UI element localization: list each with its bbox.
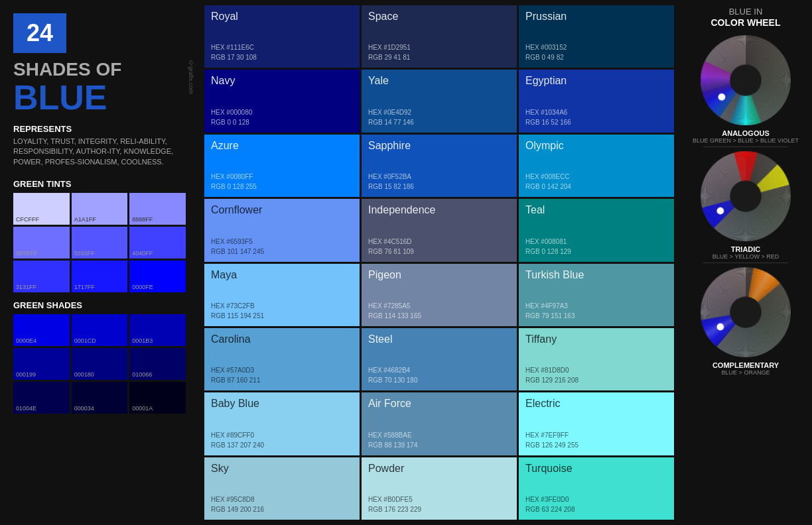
shade-name: Prussian <box>525 11 667 23</box>
shade-name: Powder <box>368 463 510 475</box>
shade-info: HEX #73C2FBRGB 115 194 251 <box>211 301 353 321</box>
shade-info: HEX #4C516DRGB 76 81 109 <box>368 237 510 257</box>
swatch-hex-label: 01004E <box>16 405 36 412</box>
center-panel: Royal HEX #111E6CRGB 17 30 108 Space HEX… <box>199 0 679 525</box>
shade-info: HEX #0F52BARGB 15 82 186 <box>368 172 510 192</box>
tint-swatch: 8888FF <box>129 193 186 225</box>
shade-card: Baby Blue HEX #89CFF0RGB 137 207 240 <box>204 392 360 455</box>
swatch-hex-label: 8888FF <box>132 216 153 223</box>
shade-name: Tiffany <box>525 333 667 345</box>
shade-info: HEX #81D8D0RGB 129 216 208 <box>525 365 667 385</box>
shade-name: Yale <box>368 75 510 87</box>
shade-info: HEX #008ECCRGB 0 142 204 <box>525 172 667 192</box>
shade-info: HEX #1034A6RGB 16 52 166 <box>525 107 667 127</box>
swatch-hex-label: 0001B3 <box>132 337 153 344</box>
wheel-section-complementary: COMPLEMENTARYBLUE > ORANGE <box>693 260 799 376</box>
shade-name: Turquoise <box>525 463 667 475</box>
divider <box>703 146 788 147</box>
tint-swatch: CFCFFF <box>13 193 70 225</box>
tint-swatch: 6E6EFF <box>13 227 70 259</box>
shade-info: HEX #89CFF0RGB 137 207 240 <box>211 430 353 450</box>
shade-name: Baby Blue <box>211 398 353 410</box>
swatch-hex-label: 010066 <box>132 371 152 378</box>
shade-info: HEX #6593F5RGB 101 147 245 <box>211 237 353 257</box>
shade-card: Powder HEX #B0DFE5RGB 176 223 229 <box>362 457 517 520</box>
shade-info: HEX #0E4D92RGB 14 77 146 <box>368 107 510 127</box>
shade-name: Carolina <box>211 333 353 345</box>
shade-swatch: 0000E4 <box>13 314 70 346</box>
shade-info: HEX #B0DFE5RGB 176 223 229 <box>368 495 510 514</box>
shade-card: Yale HEX #0E4D92RGB 14 77 146 <box>362 70 517 132</box>
wheel-main-title: BLUE IN COLOR WHEEL <box>711 7 781 28</box>
shade-info: HEX #008081RGB 0 128 129 <box>525 237 667 257</box>
wheel-sublabel: BLUE > YELLOW > RED <box>712 253 779 260</box>
represents-text: LOYALITY, TRUST, INTEGRITY, RELI-ABILITY… <box>13 137 186 167</box>
shade-info: HEX #57A0D3RGB 87 160 211 <box>211 365 353 385</box>
shade-swatch: 000034 <box>72 382 128 414</box>
shades-title: GREEN SHADES <box>13 300 186 310</box>
swatch-hex-label: 6E6EFF <box>16 250 38 257</box>
shade-name: Teal <box>525 204 667 216</box>
wheel-sublabel: BLUE GREEN > BLUE > BLUE VIOLET <box>693 137 799 144</box>
shade-name: Sapphire <box>368 140 510 152</box>
shade-card: Pigeon HEX #7285A5RGB 114 133 165 <box>362 264 517 326</box>
shade-info: HEX #95C8D8RGB 149 200 216 <box>211 495 353 514</box>
shade-name: Navy <box>211 75 353 87</box>
shade-card: Navy HEX #000080RGB 0 0 128 <box>204 70 360 132</box>
shade-card: Egyptian HEX #1034A6RGB 16 52 166 <box>519 70 674 132</box>
swatch-hex-label: 0000E4 <box>16 337 36 344</box>
wheel-canvas-complementary <box>699 266 792 359</box>
tint-swatch: 0000FE <box>129 261 186 292</box>
shade-info: HEX #3FE0D0RGB 63 224 208 <box>525 495 667 514</box>
shades-grid: 0000E40001CD0001B30001990001800100660100… <box>13 314 186 414</box>
shade-info: HEX #7EF9FFRGB 126 249 255 <box>525 430 667 450</box>
shade-info: HEX #588BAERGB 88 139 174 <box>368 430 510 450</box>
shade-swatch: 0001B3 <box>129 314 186 346</box>
shade-swatch: 000180 <box>72 348 128 380</box>
tints-grid: CFCFFFA1A1FF8888FF6E6EFF5555FF4040FF3131… <box>13 193 186 292</box>
shade-swatch: 0001CD <box>72 314 128 346</box>
shade-info: HEX #000080RGB 0 0 128 <box>211 107 353 127</box>
swatch-hex-label: CFCFFF <box>16 216 39 223</box>
swatch-hex-label: 000180 <box>74 371 94 378</box>
swatch-hex-label: A1A1FF <box>74 216 96 223</box>
swatch-hex-label: 3131FF <box>16 284 36 290</box>
shade-card: Teal HEX #008081RGB 0 128 129 <box>519 199 674 261</box>
shade-name: Maya <box>211 269 353 281</box>
wheel-sublabel: BLUE > ORANGE <box>722 369 770 376</box>
tint-swatch: A1A1FF <box>72 193 128 225</box>
wheel-section-triadic: TRIADICBLUE > YELLOW > RED <box>693 144 799 260</box>
shade-info: HEX #003152RGB 0 49 82 <box>525 42 667 62</box>
shade-name: Sky <box>211 463 353 475</box>
swatch-hex-label: 0000FE <box>132 284 153 290</box>
shade-info: HEX #1D2951RGB 29 41 81 <box>368 42 510 62</box>
shade-swatch: 00001A <box>129 382 186 414</box>
tints-title: GREEN TINTS <box>13 179 186 189</box>
shade-card: Royal HEX #111E6CRGB 17 30 108 <box>204 5 360 68</box>
shade-name: Air Force <box>368 398 510 410</box>
shade-name: Turkish Blue <box>525 269 667 281</box>
shade-swatch: 010066 <box>129 348 186 380</box>
swatch-hex-label: 5555FF <box>74 250 95 257</box>
shade-name: Azure <box>211 140 353 152</box>
shade-card: Carolina HEX #57A0D3RGB 87 160 211 <box>204 328 360 390</box>
blue-title: BLUE <box>13 80 186 115</box>
shade-card: Space HEX #1D2951RGB 29 41 81 <box>362 5 517 68</box>
shade-card: Maya HEX #73C2FBRGB 115 194 251 <box>204 264 360 326</box>
shade-name: Independence <box>368 204 510 216</box>
shade-swatch: 01004E <box>13 382 70 414</box>
shade-name: Steel <box>368 333 510 345</box>
shade-card: Cornflower HEX #6593F5RGB 101 147 245 <box>204 199 360 261</box>
swatch-hex-label: 000199 <box>16 371 36 378</box>
tint-swatch: 5555FF <box>72 227 128 259</box>
swatch-hex-label: 0001CD <box>74 337 96 344</box>
shade-name: Egyptian <box>525 75 667 87</box>
shades-of-label: SHADES OF <box>13 60 186 80</box>
tint-swatch: 1717FF <box>72 261 128 292</box>
left-panel: 24 SHADES OF BLUE ©grafIx.com REPRESENTS… <box>0 0 199 525</box>
right-panel: BLUE IN COLOR WHEEL ANALOGOUSBLUE GREEN … <box>679 0 812 525</box>
shade-card: Sky HEX #95C8D8RGB 149 200 216 <box>204 457 360 520</box>
shade-name: Pigeon <box>368 269 510 281</box>
swatch-hex-label: 00001A <box>132 405 153 412</box>
divider <box>703 262 788 263</box>
